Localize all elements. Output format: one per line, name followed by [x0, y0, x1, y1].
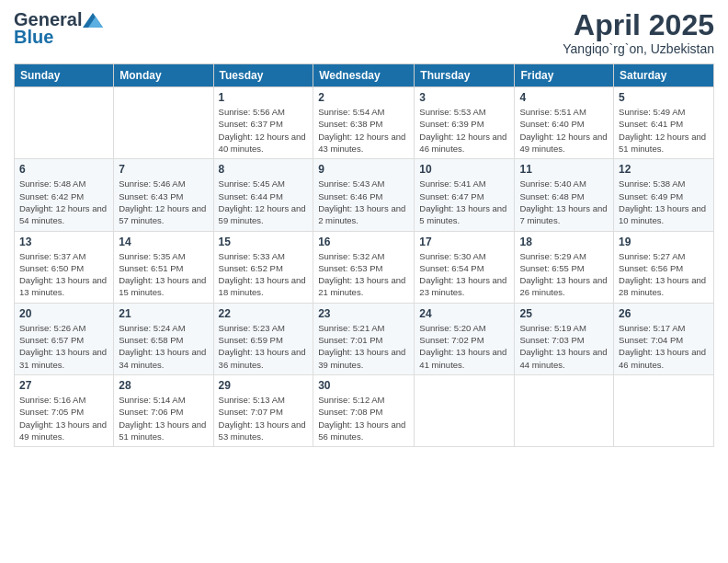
table-row: 21Sunrise: 5:24 AM Sunset: 6:58 PM Dayli…: [114, 303, 213, 374]
table-row: 29Sunrise: 5:13 AM Sunset: 7:07 PM Dayli…: [213, 374, 313, 446]
day-number: 4: [519, 91, 609, 104]
day-number: 14: [119, 236, 208, 248]
day-info: Sunrise: 5:16 AM Sunset: 7:05 PM Dayligh…: [19, 394, 108, 442]
title-block: April 2025 Yangiqo`rg`on, Uzbekistan: [563, 9, 714, 56]
day-info: Sunrise: 5:14 AM Sunset: 7:06 PM Dayligh…: [119, 394, 208, 442]
table-row: 4Sunrise: 5:51 AM Sunset: 6:40 PM Daylig…: [515, 87, 614, 159]
day-info: Sunrise: 5:40 AM Sunset: 6:48 PM Dayligh…: [519, 178, 609, 226]
day-info: Sunrise: 5:32 AM Sunset: 6:53 PM Dayligh…: [318, 250, 409, 299]
location: Yangiqo`rg`on, Uzbekistan: [563, 41, 714, 56]
day-number: 24: [419, 307, 509, 320]
table-row: 23Sunrise: 5:21 AM Sunset: 7:01 PM Dayli…: [313, 303, 415, 374]
day-info: Sunrise: 5:56 AM Sunset: 6:37 PM Dayligh…: [219, 106, 309, 155]
calendar-week-row: 27Sunrise: 5:16 AM Sunset: 7:05 PM Dayli…: [15, 374, 714, 446]
table-row: 7Sunrise: 5:46 AM Sunset: 6:43 PM Daylig…: [114, 159, 213, 231]
day-info: Sunrise: 5:41 AM Sunset: 6:47 PM Dayligh…: [419, 178, 509, 226]
table-row: 15Sunrise: 5:33 AM Sunset: 6:52 PM Dayli…: [213, 231, 313, 303]
table-row: 2Sunrise: 5:54 AM Sunset: 6:38 PM Daylig…: [313, 87, 415, 159]
table-row: 14Sunrise: 5:35 AM Sunset: 6:51 PM Dayli…: [114, 231, 213, 303]
table-row: 11Sunrise: 5:40 AM Sunset: 6:48 PM Dayli…: [515, 159, 614, 231]
day-number: 16: [318, 236, 409, 248]
day-info: Sunrise: 5:27 AM Sunset: 6:56 PM Dayligh…: [619, 250, 709, 299]
day-info: Sunrise: 5:21 AM Sunset: 7:01 PM Dayligh…: [318, 322, 409, 371]
table-row: 16Sunrise: 5:32 AM Sunset: 6:53 PM Dayli…: [313, 231, 415, 303]
table-row: 13Sunrise: 5:37 AM Sunset: 6:50 PM Dayli…: [15, 231, 114, 303]
day-number: 22: [219, 307, 309, 320]
day-number: 5: [619, 91, 709, 104]
table-row: 9Sunrise: 5:43 AM Sunset: 6:46 PM Daylig…: [313, 159, 415, 231]
table-row: 24Sunrise: 5:20 AM Sunset: 7:02 PM Dayli…: [415, 303, 515, 374]
table-row: 12Sunrise: 5:38 AM Sunset: 6:49 PM Dayli…: [614, 159, 714, 231]
day-info: Sunrise: 5:48 AM Sunset: 6:42 PM Dayligh…: [19, 178, 108, 226]
table-row: 5Sunrise: 5:49 AM Sunset: 6:41 PM Daylig…: [614, 87, 714, 159]
day-number: 3: [419, 91, 509, 104]
day-info: Sunrise: 5:12 AM Sunset: 7:08 PM Dayligh…: [318, 394, 409, 442]
day-number: 19: [619, 236, 709, 248]
day-number: 2: [318, 91, 409, 104]
day-info: Sunrise: 5:19 AM Sunset: 7:03 PM Dayligh…: [519, 322, 609, 371]
day-info: Sunrise: 5:24 AM Sunset: 6:58 PM Dayligh…: [119, 322, 208, 371]
day-info: Sunrise: 5:20 AM Sunset: 7:02 PM Dayligh…: [419, 322, 509, 371]
table-row: 30Sunrise: 5:12 AM Sunset: 7:08 PM Dayli…: [313, 374, 415, 446]
header: General Blue April 2025 Yangiqo`rg`on, U…: [14, 9, 714, 56]
day-number: 18: [519, 236, 609, 248]
table-row: 26Sunrise: 5:17 AM Sunset: 7:04 PM Dayli…: [614, 303, 714, 374]
logo: General Blue: [14, 9, 104, 48]
month-title: April 2025: [563, 9, 714, 41]
calendar-week-row: 1Sunrise: 5:56 AM Sunset: 6:37 PM Daylig…: [15, 87, 714, 159]
calendar-week-row: 6Sunrise: 5:48 AM Sunset: 6:42 PM Daylig…: [15, 159, 714, 231]
day-info: Sunrise: 5:13 AM Sunset: 7:07 PM Dayligh…: [219, 394, 309, 442]
logo-blue: Blue: [14, 27, 53, 48]
day-info: Sunrise: 5:43 AM Sunset: 6:46 PM Dayligh…: [318, 178, 409, 226]
day-number: 30: [318, 379, 409, 392]
day-number: 6: [19, 163, 108, 176]
day-info: Sunrise: 5:51 AM Sunset: 6:40 PM Dayligh…: [519, 106, 609, 155]
day-number: 21: [119, 307, 208, 320]
day-number: 28: [119, 379, 208, 392]
table-row: 10Sunrise: 5:41 AM Sunset: 6:47 PM Dayli…: [415, 159, 515, 231]
table-row: 28Sunrise: 5:14 AM Sunset: 7:06 PM Dayli…: [114, 374, 213, 446]
col-wednesday: Wednesday: [313, 64, 415, 87]
day-info: Sunrise: 5:23 AM Sunset: 6:59 PM Dayligh…: [219, 322, 309, 371]
table-row: [515, 374, 614, 446]
day-number: 25: [519, 307, 609, 320]
table-row: 25Sunrise: 5:19 AM Sunset: 7:03 PM Dayli…: [515, 303, 614, 374]
table-row: 27Sunrise: 5:16 AM Sunset: 7:05 PM Dayli…: [15, 374, 114, 446]
day-info: Sunrise: 5:26 AM Sunset: 6:57 PM Dayligh…: [19, 322, 108, 371]
table-row: 22Sunrise: 5:23 AM Sunset: 6:59 PM Dayli…: [213, 303, 313, 374]
day-info: Sunrise: 5:53 AM Sunset: 6:39 PM Dayligh…: [419, 106, 509, 155]
col-tuesday: Tuesday: [213, 64, 313, 87]
calendar-week-row: 13Sunrise: 5:37 AM Sunset: 6:50 PM Dayli…: [15, 231, 714, 303]
day-info: Sunrise: 5:35 AM Sunset: 6:51 PM Dayligh…: [119, 250, 208, 299]
day-number: 27: [19, 379, 108, 392]
day-info: Sunrise: 5:17 AM Sunset: 7:04 PM Dayligh…: [619, 322, 709, 371]
col-saturday: Saturday: [614, 64, 714, 87]
day-info: Sunrise: 5:30 AM Sunset: 6:54 PM Dayligh…: [419, 250, 509, 299]
day-info: Sunrise: 5:37 AM Sunset: 6:50 PM Dayligh…: [19, 250, 108, 299]
table-row: 3Sunrise: 5:53 AM Sunset: 6:39 PM Daylig…: [415, 87, 515, 159]
day-number: 15: [219, 236, 309, 248]
col-friday: Friday: [515, 64, 614, 87]
table-row: 6Sunrise: 5:48 AM Sunset: 6:42 PM Daylig…: [15, 159, 114, 231]
day-number: 1: [219, 91, 309, 104]
table-row: [114, 87, 213, 159]
day-number: 8: [219, 163, 309, 176]
table-row: [614, 374, 714, 446]
day-number: 7: [119, 163, 208, 176]
day-number: 12: [619, 163, 709, 176]
col-thursday: Thursday: [415, 64, 515, 87]
table-row: 8Sunrise: 5:45 AM Sunset: 6:44 PM Daylig…: [213, 159, 313, 231]
calendar-table: Sunday Monday Tuesday Wednesday Thursday…: [14, 63, 714, 447]
table-row: [15, 87, 114, 159]
day-number: 29: [219, 379, 309, 392]
day-info: Sunrise: 5:29 AM Sunset: 6:55 PM Dayligh…: [519, 250, 609, 299]
day-info: Sunrise: 5:46 AM Sunset: 6:43 PM Dayligh…: [119, 178, 208, 226]
day-info: Sunrise: 5:33 AM Sunset: 6:52 PM Dayligh…: [219, 250, 309, 299]
day-number: 11: [519, 163, 609, 176]
day-number: 9: [318, 163, 409, 176]
col-sunday: Sunday: [15, 64, 114, 87]
day-number: 26: [619, 307, 709, 320]
calendar-week-row: 20Sunrise: 5:26 AM Sunset: 6:57 PM Dayli…: [15, 303, 714, 374]
main-container: General Blue April 2025 Yangiqo`rg`on, U…: [0, 0, 728, 456]
table-row: [415, 374, 515, 446]
